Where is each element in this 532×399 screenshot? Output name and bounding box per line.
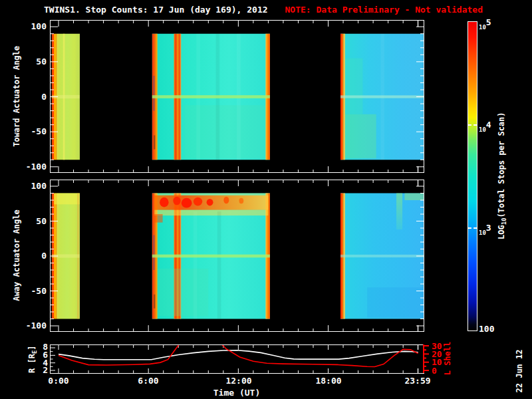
preliminary-note: NOTE: Data Preliminary - Not validated — [285, 5, 483, 15]
twins-stop-counts-plot: TWINS1. Stop Counts: 17 Jun (day 169), 2… — [0, 0, 532, 399]
toward-ytick--50: -50 — [17, 126, 47, 136]
away-ytick-0: 0 — [17, 251, 47, 261]
toward-ytick-50: 50 — [17, 57, 47, 66]
away-ytick-50: 50 — [17, 216, 47, 226]
xtick-12:00: 12:00 — [215, 376, 262, 386]
xtick-6:00: 6:00 — [125, 376, 172, 386]
x-axis-title: Time (UT) — [170, 388, 303, 398]
away-ytick-100: 100 — [17, 181, 47, 191]
spectrogram-toward-canvas — [51, 21, 424, 172]
away-ytick--100: -100 — [17, 321, 47, 331]
orbit-panel — [50, 344, 424, 374]
xtick-0:00: 0:00 — [35, 376, 82, 386]
lshell-ytick-0: 0 — [432, 366, 452, 376]
orbit-panel-canvas — [51, 345, 424, 373]
away-ytick--50: -50 — [17, 286, 47, 296]
toward-ytick--100: -100 — [17, 162, 47, 172]
plot-title-main: TWINS1. Stop Counts: 17 Jun (day 169), 2… — [44, 5, 268, 15]
colorbar-axis-label: LOG10(Total Stops per Scan) — [497, 106, 507, 245]
colorbar-label-1e5: 105 — [479, 18, 491, 31]
spectrogram-toward — [50, 20, 424, 173]
toward-ytick-0: 0 — [17, 92, 47, 102]
datestamp: 22 Jun 12 — [515, 341, 524, 399]
plot-title: TWINS1. Stop Counts: 17 Jun (day 169), 2… — [44, 5, 483, 15]
toward-ytick-100: 100 — [17, 21, 47, 31]
colorbar — [467, 21, 477, 331]
xtick-23:59: 23:59 — [394, 376, 441, 386]
colorbar-label-1e4: 104 — [479, 120, 491, 134]
colorbar-tick-1e4 — [468, 124, 477, 126]
colorbar-label-100: 100 — [479, 324, 494, 334]
r-ytick-2: 2 — [19, 365, 48, 375]
xtick-18:00: 18:00 — [305, 376, 352, 386]
spectrogram-away — [50, 180, 424, 332]
colorbar-label-1e3: 103 — [479, 223, 491, 237]
colorbar-tick-1e3 — [468, 227, 477, 229]
spectrogram-away-canvas — [51, 180, 424, 331]
